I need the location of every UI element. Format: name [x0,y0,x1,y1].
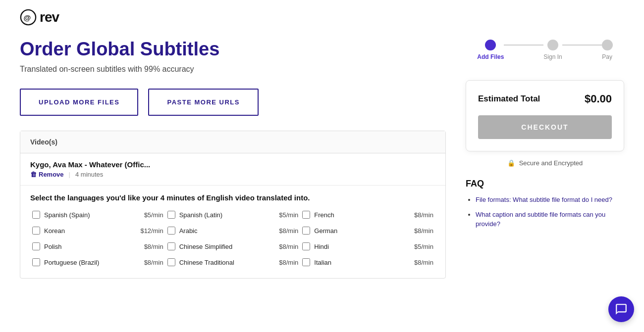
logo-text: rev [40,9,59,25]
svg-text:@: @ [24,13,31,22]
faq-title: FAQ [466,179,624,189]
table-header: Video(s) [20,131,445,153]
video-row: Kygo, Ava Max - Whatever (Offic... 🗑 Rem… [20,153,445,186]
right-column: Add FilesSign InPay Estimated Total $0.0… [466,35,624,279]
faq-link[interactable]: File formats: What subtitle file format … [476,196,612,203]
language-item: Italian$8/min [300,254,435,270]
step-circle [602,40,613,50]
trash-icon: 🗑 [30,171,37,178]
language-price: $8/min [144,243,163,250]
language-name: Polish [44,243,140,250]
language-price: $8/min [279,243,298,250]
step-label: Pay [602,53,612,60]
summary-total-row: Estimated Total $0.00 [478,93,612,105]
language-item: Portuguese (Brazil)$8/min [30,254,165,270]
step-add-files: Add Files [477,40,504,60]
language-checkbox[interactable] [32,227,40,235]
language-price: $8/min [414,211,433,219]
faq-section: FAQ File formats: What subtitle file for… [466,179,624,229]
faq-item[interactable]: What caption and subtitle file formats c… [476,210,624,229]
language-name: Hindi [314,243,410,250]
language-checkbox[interactable] [302,242,310,250]
language-checkbox[interactable] [167,227,175,235]
paste-urls-button[interactable]: PASTE MORE URLS [148,89,259,116]
language-name: French [314,211,410,219]
video-meta: 🗑 Remove | 4 minutes [30,171,435,178]
estimated-total-amount: $0.00 [585,93,612,105]
language-checkbox[interactable] [32,258,40,266]
logo: @ rev [20,9,59,26]
secure-badge: 🔒 Secure and Encrypted [466,159,624,167]
language-name: Portuguese (Brazil) [44,259,140,266]
remove-label: Remove [39,171,64,178]
step-pay: Pay [602,40,613,60]
step-label: Sign In [543,53,562,60]
language-price: $8/min [414,227,433,235]
pipe-divider: | [69,171,70,178]
language-name: German [314,227,410,235]
language-item: Arabic$8/min [165,223,301,238]
language-item: Spanish (Spain)$5/min [30,207,165,223]
language-checkbox[interactable] [167,258,175,266]
language-checkbox[interactable] [302,211,310,219]
language-item: Korean$12/min [30,223,165,238]
language-item: Spanish (Latin)$5/min [165,207,301,223]
language-price: $8/min [279,259,298,266]
language-price: $5/min [144,211,163,219]
checkout-button[interactable]: CHECKOUT [478,115,612,139]
step-connector [562,45,602,46]
step-connector [504,45,543,46]
language-checkbox[interactable] [167,211,175,219]
language-price: $8/min [279,227,298,235]
step-sign-in: Sign In [543,40,562,60]
language-price: $8/min [414,259,433,266]
remove-link[interactable]: 🗑 Remove [30,171,64,178]
chat-bubble-button[interactable] [608,296,634,322]
language-item: Chinese Traditional$8/min [165,254,301,270]
language-checkbox[interactable] [32,242,40,250]
language-item: French$8/min [300,207,435,223]
language-name: Spanish (Spain) [44,211,140,219]
language-item: Hindi$5/min [300,238,435,254]
lock-icon: 🔒 [507,159,515,167]
language-price: $8/min [144,259,163,266]
chat-icon [615,303,628,316]
language-checkbox[interactable] [302,227,310,235]
faq-link[interactable]: What caption and subtitle file formats c… [476,211,605,228]
step-label: Add Files [477,53,504,60]
language-name: Arabic [179,227,275,235]
progress-steps: Add FilesSign InPay [466,35,624,60]
faq-item[interactable]: File formats: What subtitle file format … [476,195,624,205]
language-checkbox[interactable] [302,258,310,266]
language-item: German$8/min [300,223,435,238]
language-name: Chinese Simplified [179,243,275,250]
secure-label: Secure and Encrypted [519,159,583,167]
upload-more-button[interactable]: UPLOAD MORE FILES [20,89,138,116]
faq-list: File formats: What subtitle file format … [466,195,624,229]
rev-logo-icon: @ [20,9,37,26]
header: @ rev [0,0,644,35]
main-layout: Order Global Subtitles Translated on-scr… [0,35,644,279]
summary-card: Estimated Total $0.00 CHECKOUT [466,80,624,151]
language-name: Spanish (Latin) [179,211,275,219]
language-checkbox[interactable] [167,242,175,250]
language-name: Italian [314,259,410,266]
language-grid: Spanish (Spain)$5/minSpanish (Latin)$5/m… [20,207,445,278]
left-column: Order Global Subtitles Translated on-scr… [20,35,446,279]
video-duration: 4 minutes [75,171,103,178]
language-prompt: Select the languages you'd like your 4 m… [20,186,445,207]
video-name: Kygo, Ava Max - Whatever (Offic... [30,160,435,169]
language-name: Korean [44,227,136,235]
language-price: $5/min [279,211,298,219]
step-circle [485,40,496,50]
language-item: Polish$8/min [30,238,165,254]
estimated-total-label: Estimated Total [478,94,540,104]
page-subtitle: Translated on-screen subtitles with 99% … [20,65,446,74]
language-price: $5/min [414,243,433,250]
page-title: Order Global Subtitles [20,39,446,60]
step-circle [547,40,558,50]
language-item: Chinese Simplified$8/min [165,238,301,254]
videos-table: Video(s) Kygo, Ava Max - Whatever (Offic… [20,131,446,279]
language-checkbox[interactable] [32,211,40,219]
action-buttons: UPLOAD MORE FILES PASTE MORE URLS [20,89,446,116]
